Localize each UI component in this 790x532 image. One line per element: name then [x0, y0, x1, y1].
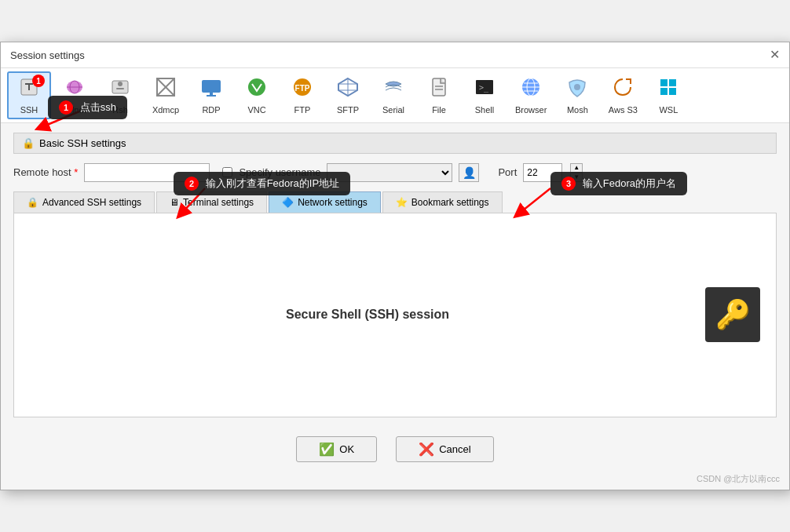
rdp-icon: [200, 76, 222, 104]
svg-point-5: [118, 82, 123, 86]
toolbar-awss3[interactable]: Aws S3: [601, 72, 645, 118]
session-settings-dialog: Session settings ✕ SSH 1: [0, 42, 790, 490]
toolbar-serial[interactable]: Serial: [371, 72, 415, 118]
toolbar-sftp[interactable]: SFTP: [326, 72, 370, 118]
port-label: Port: [498, 166, 517, 178]
wsl-icon: [657, 76, 679, 104]
svg-rect-11: [210, 93, 213, 95]
ssh-label: SSH: [20, 105, 38, 115]
content-area: 🔒 Basic SSH settings Remote host * Speci…: [1, 123, 789, 427]
svg-rect-12: [207, 95, 216, 97]
shell-label: Shell: [475, 105, 494, 115]
tab-bookmark[interactable]: ⭐ Bookmark settings: [382, 191, 503, 213]
serial-icon: [382, 76, 404, 104]
tab-terminal-label: Terminal settings: [183, 197, 254, 208]
footer: ✅ OK ❌ Cancel: [1, 427, 789, 472]
mosh-icon: [566, 76, 588, 104]
toolbar-browser[interactable]: Browser: [508, 72, 554, 118]
awss3-icon: [612, 76, 634, 104]
section-title: Basic SSH settings: [39, 137, 126, 149]
ssh-badge: 1: [32, 75, 45, 87]
svg-rect-16: [433, 78, 445, 96]
svg-rect-28: [669, 79, 676, 86]
sftp-icon: [337, 76, 359, 104]
toolbar-shell[interactable]: >_ Shell: [463, 72, 507, 118]
toolbar-rdp[interactable]: RDP: [189, 72, 233, 118]
tab-network-label: Network settings: [298, 197, 368, 208]
tab-advanced-ssh[interactable]: 🔒 Advanced SSH settings: [13, 191, 155, 213]
port-increment[interactable]: ▲: [570, 163, 583, 173]
ok-icon: ✅: [319, 442, 335, 457]
tab-content: Secure Shell (SSH) session 🔑: [13, 213, 777, 417]
ok-label: OK: [339, 443, 354, 455]
wsl-label: WSL: [659, 105, 678, 115]
vnc-label: VNC: [247, 105, 265, 115]
toolbar-ssh[interactable]: SSH 1: [7, 71, 51, 119]
vnc-icon: [246, 76, 268, 104]
svg-rect-29: [660, 88, 667, 95]
tab-bookmark-icon: ⭐: [396, 197, 408, 208]
svg-text:>_: >_: [479, 83, 489, 93]
svg-rect-30: [669, 88, 676, 95]
shell-icon: >_: [474, 76, 496, 104]
ftp-label: FTP: [294, 105, 311, 115]
toolbar-vnc[interactable]: VNC: [235, 72, 279, 118]
svg-rect-6: [116, 88, 124, 89]
svg-text:FTP: FTP: [295, 84, 310, 93]
svg-rect-27: [660, 79, 667, 86]
serial-label: Serial: [382, 105, 404, 115]
close-button[interactable]: ✕: [770, 49, 780, 61]
browser-label: Browser: [515, 105, 547, 115]
toolbar-file[interactable]: File: [417, 72, 461, 118]
section-icon: 🔒: [22, 137, 35, 149]
xdmcp-icon: [155, 76, 177, 104]
watermark: CSDN @北方以南ccc: [1, 472, 789, 490]
file-icon: [428, 76, 450, 104]
browser-icon: [520, 76, 542, 104]
annotation-tooltip-ssh: 1 点击ssh: [48, 96, 127, 119]
svg-rect-10: [202, 80, 221, 93]
ftp-icon: FTP: [291, 76, 313, 104]
ok-button[interactable]: ✅ OK: [296, 436, 377, 462]
toolbar-wsl[interactable]: WSL: [646, 72, 690, 118]
awss3-label: Aws S3: [609, 105, 638, 115]
cancel-icon: ❌: [419, 442, 434, 457]
file-label: File: [432, 105, 446, 115]
xdmcp-label: Xdmcp: [152, 105, 179, 115]
tab-content-label: Secure Shell (SSH) session: [30, 308, 705, 322]
section-header: 🔒 Basic SSH settings: [13, 133, 777, 154]
mosh-label: Mosh: [567, 105, 588, 115]
annotation-tooltip-ip: 2 输入刚才查看Fedora的IP地址: [174, 172, 350, 195]
tab-advanced-ssh-icon: 🔒: [27, 197, 38, 208]
title-bar: Session settings ✕: [1, 42, 789, 68]
svg-point-26: [574, 84, 580, 90]
svg-point-13: [248, 78, 265, 96]
tab-network-icon: 🔷: [282, 197, 294, 208]
tab-advanced-ssh-label: Advanced SSH settings: [42, 197, 141, 208]
toolbar-xdmcp[interactable]: Xdmcp: [144, 72, 188, 118]
user-icon-button[interactable]: 👤: [459, 163, 479, 182]
required-star: *: [74, 166, 78, 178]
cancel-label: Cancel: [439, 443, 470, 455]
cancel-button[interactable]: ❌ Cancel: [396, 436, 493, 462]
annotation-tooltip-user: 3 输入Fedora的用户名: [550, 172, 687, 195]
user-icon: 👤: [463, 166, 476, 179]
rdp-label: RDP: [202, 105, 220, 115]
toolbar-mosh[interactable]: Mosh: [555, 72, 599, 118]
dialog-title: Session settings: [10, 49, 85, 61]
toolbar-ftp[interactable]: FTP FTP: [280, 72, 324, 118]
sftp-label: SFTP: [337, 105, 359, 115]
key-icon: 🔑: [705, 287, 760, 342]
tab-terminal-icon: 🖥: [170, 197, 179, 208]
remote-host-label: Remote host *: [13, 166, 78, 178]
tab-bookmark-label: Bookmark settings: [411, 197, 489, 208]
